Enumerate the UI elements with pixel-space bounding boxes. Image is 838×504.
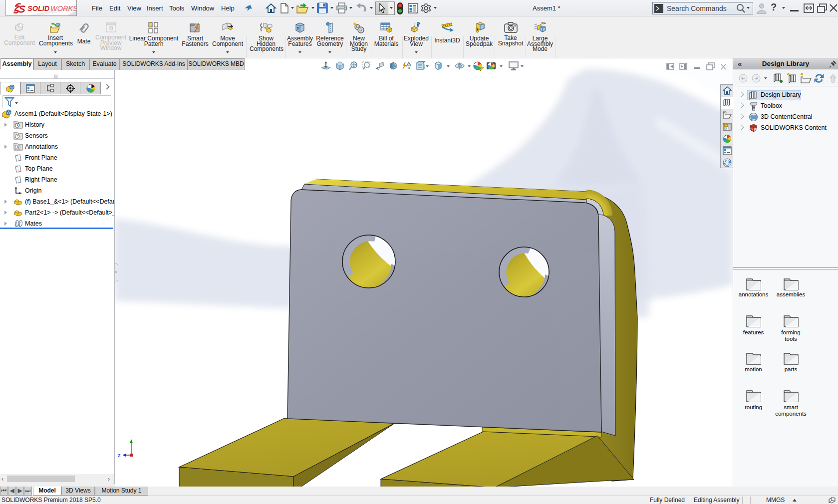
svg-text:Z: Z (118, 453, 121, 458)
svg-text:W: W (754, 128, 758, 131)
svg-text:S: S (751, 127, 753, 131)
svg-text:A: A (16, 145, 20, 150)
